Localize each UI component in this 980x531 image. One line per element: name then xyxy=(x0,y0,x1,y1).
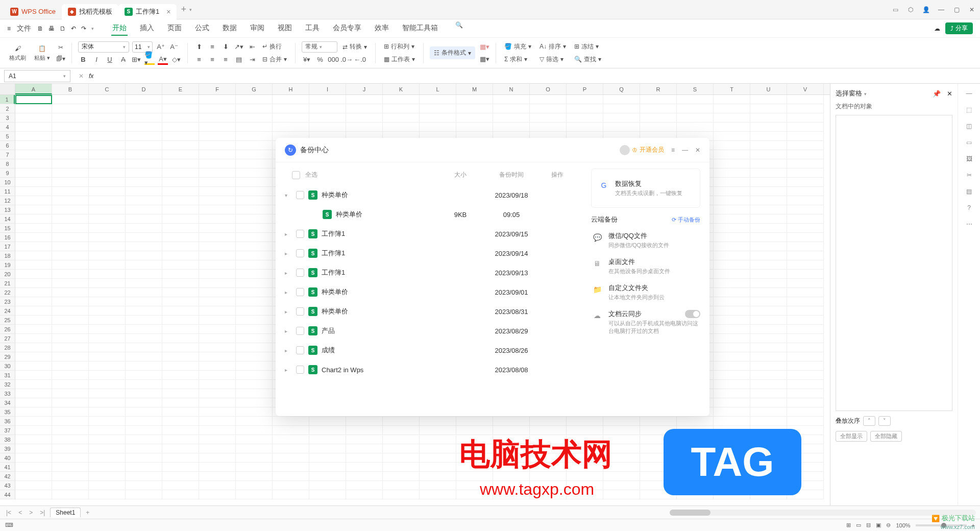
row-header[interactable]: 25 xyxy=(0,316,15,325)
cell[interactable] xyxy=(199,306,236,316)
cell[interactable] xyxy=(89,224,126,233)
cell[interactable] xyxy=(346,481,383,490)
cell[interactable] xyxy=(714,123,750,132)
cell[interactable] xyxy=(420,417,456,426)
cell[interactable] xyxy=(15,380,52,389)
redo-icon[interactable]: ↷ xyxy=(81,25,86,32)
cell[interactable] xyxy=(420,490,456,499)
cell[interactable] xyxy=(199,251,236,260)
file-checkbox[interactable] xyxy=(296,288,304,296)
cell[interactable] xyxy=(126,159,162,168)
cell[interactable] xyxy=(199,352,236,361)
cell[interactable] xyxy=(787,297,824,306)
cell[interactable] xyxy=(714,205,750,214)
cell[interactable] xyxy=(162,417,199,426)
row-header[interactable]: 31 xyxy=(0,371,15,380)
cell[interactable] xyxy=(236,251,273,260)
cell[interactable] xyxy=(162,168,199,178)
align-middle-icon[interactable]: ≡ xyxy=(207,41,217,52)
cell[interactable] xyxy=(162,132,199,141)
cell[interactable] xyxy=(309,426,346,435)
cell[interactable] xyxy=(750,389,787,398)
row-header[interactable]: 36 xyxy=(0,417,15,426)
row-header[interactable]: 15 xyxy=(0,224,15,233)
cell[interactable] xyxy=(420,95,456,104)
cell[interactable] xyxy=(52,260,89,270)
cell[interactable] xyxy=(236,141,273,150)
backup-file-row[interactable]: ▸ S 种类单价 2023/09/01 xyxy=(285,282,573,302)
cell[interactable] xyxy=(15,260,52,270)
cell[interactable] xyxy=(714,233,750,242)
cell[interactable] xyxy=(236,233,273,242)
cell[interactable] xyxy=(603,123,640,132)
cell[interactable] xyxy=(236,371,273,380)
cell[interactable] xyxy=(787,251,824,260)
cell[interactable] xyxy=(714,150,750,159)
col-header[interactable]: K xyxy=(383,84,420,94)
select-icon[interactable]: ⬚ xyxy=(966,106,972,113)
cell[interactable] xyxy=(15,205,52,214)
view-reading-icon[interactable]: ▣ xyxy=(876,522,881,528)
cell[interactable] xyxy=(126,380,162,389)
cell[interactable] xyxy=(787,352,824,361)
row-header[interactable]: 11 xyxy=(0,187,15,196)
close-pane-icon[interactable]: ✕ xyxy=(947,90,952,98)
cell[interactable] xyxy=(199,95,236,104)
cell[interactable] xyxy=(199,472,236,481)
cell[interactable] xyxy=(750,141,787,150)
cell[interactable] xyxy=(15,242,52,251)
cell[interactable] xyxy=(52,389,89,398)
layer-icon[interactable]: ▭ xyxy=(966,139,972,146)
cell[interactable] xyxy=(15,279,52,288)
cell[interactable] xyxy=(199,104,236,113)
cell[interactable] xyxy=(750,334,787,343)
cell[interactable] xyxy=(199,224,236,233)
file-checkbox[interactable] xyxy=(296,249,304,257)
cancel-fx-icon[interactable]: ✕ xyxy=(79,73,84,80)
cell[interactable] xyxy=(236,159,273,168)
cell[interactable] xyxy=(236,214,273,224)
cell[interactable] xyxy=(15,297,52,306)
cell[interactable] xyxy=(236,168,273,178)
row-header[interactable]: 44 xyxy=(0,490,15,499)
row-header[interactable]: 3 xyxy=(0,113,15,123)
cell[interactable] xyxy=(162,260,199,270)
cell[interactable] xyxy=(15,306,52,316)
cell[interactable] xyxy=(15,214,52,224)
cell[interactable] xyxy=(89,407,126,417)
cell[interactable] xyxy=(199,178,236,187)
cell[interactable] xyxy=(126,242,162,251)
row-col-button[interactable]: ⊞行和列▾ xyxy=(382,41,417,52)
cell[interactable] xyxy=(126,398,162,407)
cell[interactable] xyxy=(126,178,162,187)
cell[interactable] xyxy=(89,214,126,224)
cell[interactable] xyxy=(199,205,236,214)
cell[interactable] xyxy=(15,288,52,297)
data-recover-item[interactable]: G 数据恢复 文档丢失或误删，一键恢复 xyxy=(598,175,694,201)
cell[interactable] xyxy=(52,463,89,472)
cell[interactable] xyxy=(199,270,236,279)
cell[interactable] xyxy=(236,104,273,113)
clear-format-button[interactable]: ◇▾ xyxy=(171,55,181,65)
cell[interactable] xyxy=(52,417,89,426)
cell[interactable] xyxy=(199,380,236,389)
name-box[interactable]: A1▾ xyxy=(4,70,70,82)
cell[interactable] xyxy=(787,224,824,233)
cell[interactable] xyxy=(89,316,126,325)
cell[interactable] xyxy=(199,196,236,205)
table-style-icon[interactable]: ▦▾ xyxy=(479,54,489,64)
cell[interactable] xyxy=(52,444,89,453)
print-icon[interactable]: 🖶 xyxy=(48,25,55,32)
cloud-sync-item[interactable]: ☁ 文档云同步 可以从自己的手机或其他电脑访问这台电脑打开过的文档 xyxy=(591,305,700,339)
sheet-next-icon[interactable]: > xyxy=(27,509,35,516)
cell[interactable] xyxy=(162,113,199,123)
cell[interactable] xyxy=(199,260,236,270)
cell[interactable] xyxy=(52,187,89,196)
cell[interactable] xyxy=(456,104,493,113)
sheet-tab-1[interactable]: Sheet1 xyxy=(50,508,81,517)
cell[interactable] xyxy=(52,251,89,260)
cell[interactable] xyxy=(456,123,493,132)
cube-icon[interactable]: ⬡ xyxy=(906,6,915,14)
cell[interactable] xyxy=(15,371,52,380)
row-header[interactable]: 40 xyxy=(0,453,15,463)
